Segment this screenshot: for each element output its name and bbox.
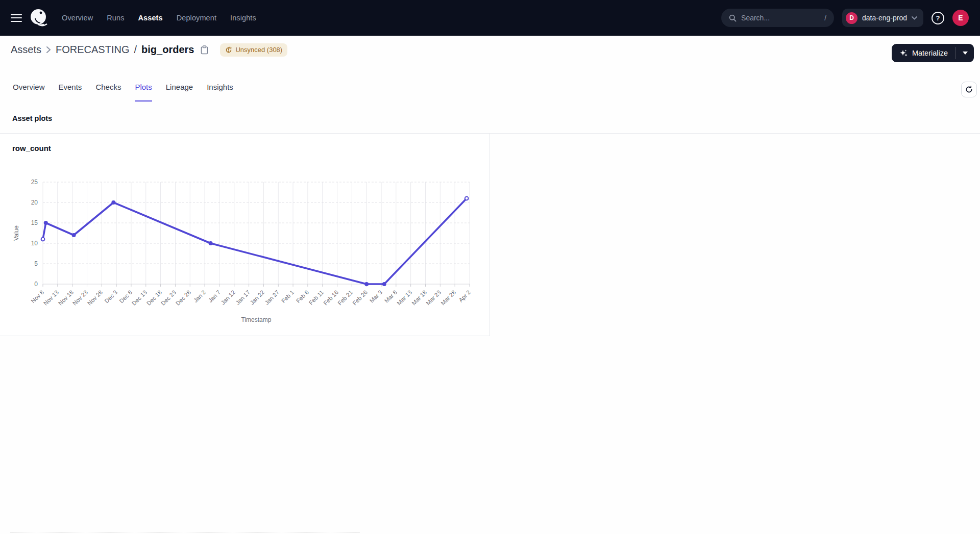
app-page: OverviewRunsAssetsDeploymentInsights Sea… (0, 0, 980, 534)
data-point-marker[interactable] (465, 197, 469, 200)
asset-tabs: OverviewEventsChecksPlotsLineageInsights (13, 83, 233, 101)
unsynced-status-badge[interactable]: Unsynced (308) (220, 43, 287, 57)
dagster-logo-icon[interactable] (28, 7, 50, 29)
top-nav-bar: OverviewRunsAssetsDeploymentInsights Sea… (0, 0, 980, 36)
tab-events[interactable]: Events (59, 83, 82, 101)
breadcrumb-separator: / (134, 44, 137, 56)
nav-item-insights[interactable]: Insights (230, 14, 256, 22)
deployment-switcher[interactable]: D data-eng-prod (842, 9, 923, 27)
row-count-line-chart: 0510152025 (0, 134, 490, 336)
breadcrumb-assets-link[interactable]: Assets (11, 44, 41, 56)
bottom-dotted-line (10, 532, 360, 532)
asset-header-row: Assets FORECASTING / big_orders (0, 36, 980, 64)
data-point-marker[interactable] (72, 233, 76, 237)
y-tick-label: 15 (31, 219, 38, 226)
materialize-button-label: Materialize (912, 49, 948, 57)
data-point-marker[interactable] (111, 200, 115, 205)
nav-item-deployment[interactable]: Deployment (177, 14, 216, 22)
materialize-dropdown-button[interactable] (956, 44, 974, 62)
refresh-button[interactable] (961, 82, 977, 97)
tab-overview[interactable]: Overview (13, 83, 45, 101)
search-shortcut-key: / (824, 14, 826, 22)
materialize-split-button: Materialize (892, 44, 974, 62)
deployment-initial-badge: D (846, 12, 857, 24)
clipboard-icon (201, 45, 208, 55)
copy-asset-name-button[interactable] (201, 45, 208, 55)
tab-lineage[interactable]: Lineage (166, 83, 193, 101)
chevron-right-icon (46, 46, 51, 54)
breadcrumb-group[interactable]: FORECASTING (56, 44, 129, 56)
nav-item-overview[interactable]: Overview (62, 14, 93, 22)
search-input[interactable]: Search... / (721, 9, 834, 27)
refresh-icon (965, 86, 973, 93)
materialize-button[interactable]: Materialize (892, 44, 955, 62)
hamburger-menu-icon[interactable] (11, 14, 22, 22)
data-point-marker[interactable] (209, 241, 213, 245)
tab-insights[interactable]: Insights (207, 83, 233, 101)
tab-plots[interactable]: Plots (135, 83, 152, 101)
y-tick-label: 0 (34, 281, 38, 288)
breadcrumb: Assets FORECASTING / big_orders (11, 36, 287, 64)
y-tick-label: 20 (31, 199, 38, 206)
user-avatar[interactable]: E (952, 10, 969, 26)
help-icon[interactable]: ? (932, 12, 944, 24)
data-point-marker[interactable] (44, 221, 48, 225)
chevron-down-icon (912, 16, 917, 20)
tab-checks[interactable]: Checks (95, 83, 121, 101)
search-icon (729, 14, 737, 22)
y-tick-label: 5 (34, 260, 38, 267)
sparkle-icon (899, 49, 908, 58)
deployment-name: data-eng-prod (862, 14, 907, 22)
y-tick-label: 10 (31, 240, 38, 247)
breadcrumb-asset-name: big_orders (141, 44, 194, 56)
caret-down-icon (963, 52, 968, 55)
data-point-marker[interactable] (41, 238, 45, 241)
y-tick-label: 25 (31, 179, 38, 186)
plot-card: row_count Value Timestamp Nov 8Nov 13Nov… (0, 134, 490, 336)
sync-alert-icon (225, 46, 232, 54)
data-point-marker[interactable] (382, 282, 386, 286)
nav-item-runs[interactable]: Runs (107, 14, 124, 22)
status-badge-label: Unsynced (308) (235, 46, 282, 54)
top-nav-items: OverviewRunsAssetsDeploymentInsights (62, 14, 256, 22)
data-point-marker[interactable] (364, 282, 369, 286)
line-series (43, 198, 467, 284)
nav-item-assets[interactable]: Assets (138, 14, 162, 22)
search-placeholder: Search... (741, 14, 820, 22)
section-title: Asset plots (12, 114, 52, 122)
